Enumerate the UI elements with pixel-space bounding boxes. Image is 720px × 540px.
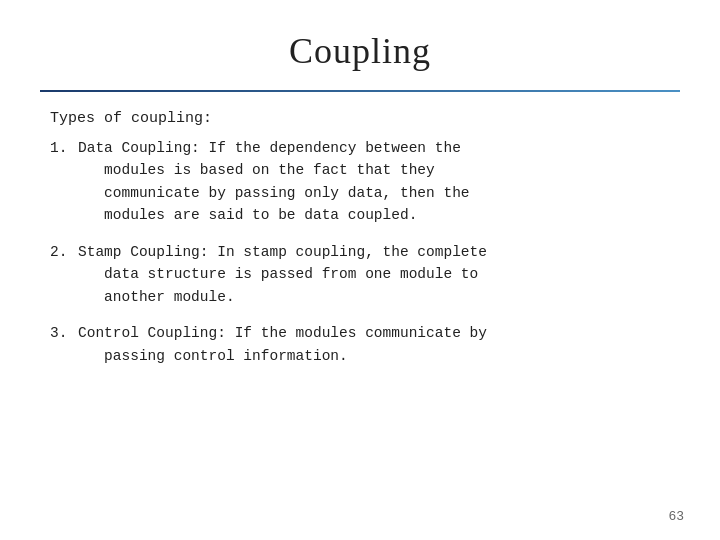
list-item: 1. Data Coupling: If the dependency betw… xyxy=(50,137,670,227)
stamp-coupling-text: Stamp Coupling: In stamp coupling, the c… xyxy=(78,241,670,308)
list-number-2: 2. xyxy=(50,241,78,308)
slide: Coupling Types of coupling: 1. Data Coup… xyxy=(0,0,720,540)
list-number-3: 3. xyxy=(50,322,78,367)
page-number: 63 xyxy=(668,509,684,524)
content-area: Types of coupling: 1. Data Coupling: If … xyxy=(40,110,680,367)
title-area: Coupling xyxy=(40,30,680,72)
control-coupling-text: Control Coupling: If the modules communi… xyxy=(78,322,670,367)
section-header: Types of coupling: xyxy=(50,110,670,127)
divider xyxy=(40,90,680,92)
list-item: 2. Stamp Coupling: In stamp coupling, th… xyxy=(50,241,670,308)
list-item: 3. Control Coupling: If the modules comm… xyxy=(50,322,670,367)
slide-title: Coupling xyxy=(40,30,680,72)
list-number-1: 1. xyxy=(50,137,78,227)
data-coupling-text: Data Coupling: If the dependency between… xyxy=(78,137,670,227)
